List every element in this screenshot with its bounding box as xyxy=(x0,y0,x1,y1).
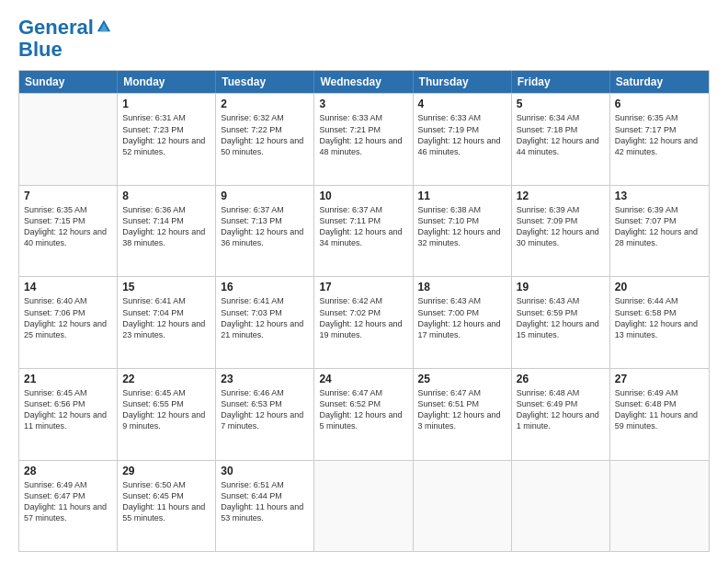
calendar-cell: 14 Sunrise: 6:40 AM Sunset: 7:06 PM Dayl… xyxy=(19,277,118,368)
calendar-cell: 1 Sunrise: 6:31 AM Sunset: 7:23 PM Dayli… xyxy=(118,94,216,185)
calendar-cell: 28 Sunrise: 6:49 AM Sunset: 6:47 PM Dayl… xyxy=(19,461,118,552)
calendar-body: 1 Sunrise: 6:31 AM Sunset: 7:23 PM Dayli… xyxy=(19,93,709,551)
cell-info: Sunrise: 6:35 AM Sunset: 7:15 PM Dayligh… xyxy=(24,204,112,249)
calendar-cell: 9 Sunrise: 6:37 AM Sunset: 7:13 PM Dayli… xyxy=(216,186,314,277)
calendar-cell: 15 Sunrise: 6:41 AM Sunset: 7:04 PM Dayl… xyxy=(118,277,216,368)
calendar-cell: 13 Sunrise: 6:39 AM Sunset: 7:07 PM Dayl… xyxy=(610,186,709,277)
day-number: 22 xyxy=(122,373,210,385)
logo: General Blue xyxy=(18,17,112,61)
header: General Blue xyxy=(18,17,710,61)
calendar-row-1: 1 Sunrise: 6:31 AM Sunset: 7:23 PM Dayli… xyxy=(19,93,709,185)
calendar-cell: 21 Sunrise: 6:45 AM Sunset: 6:56 PM Dayl… xyxy=(19,369,118,460)
day-number: 13 xyxy=(615,190,704,202)
cell-info: Sunrise: 6:50 AM Sunset: 6:45 PM Dayligh… xyxy=(122,479,210,524)
calendar-page: General Blue Sunday Monday Tuesday Wedne… xyxy=(0,0,728,563)
calendar-cell xyxy=(414,461,512,552)
calendar-cell xyxy=(314,461,413,552)
cell-info: Sunrise: 6:42 AM Sunset: 7:02 PM Dayligh… xyxy=(319,295,407,340)
day-number: 28 xyxy=(24,465,112,477)
calendar-cell: 5 Sunrise: 6:34 AM Sunset: 7:18 PM Dayli… xyxy=(512,94,610,185)
cell-info: Sunrise: 6:43 AM Sunset: 7:00 PM Dayligh… xyxy=(418,295,506,340)
day-number: 17 xyxy=(319,281,407,293)
calendar-cell: 6 Sunrise: 6:35 AM Sunset: 7:17 PM Dayli… xyxy=(610,94,709,185)
header-saturday: Saturday xyxy=(610,71,709,93)
cell-info: Sunrise: 6:33 AM Sunset: 7:21 PM Dayligh… xyxy=(319,112,407,157)
calendar-header: Sunday Monday Tuesday Wednesday Thursday… xyxy=(19,71,709,93)
calendar-cell: 19 Sunrise: 6:43 AM Sunset: 6:59 PM Dayl… xyxy=(512,277,610,368)
cell-info: Sunrise: 6:41 AM Sunset: 7:03 PM Dayligh… xyxy=(221,295,309,340)
day-number: 1 xyxy=(122,98,210,110)
day-number: 4 xyxy=(418,98,506,110)
day-number: 18 xyxy=(418,281,506,293)
cell-info: Sunrise: 6:37 AM Sunset: 7:13 PM Dayligh… xyxy=(221,204,309,249)
cell-info: Sunrise: 6:31 AM Sunset: 7:23 PM Dayligh… xyxy=(122,112,210,157)
cell-info: Sunrise: 6:32 AM Sunset: 7:22 PM Dayligh… xyxy=(221,112,309,157)
cell-info: Sunrise: 6:38 AM Sunset: 7:10 PM Dayligh… xyxy=(418,204,506,249)
calendar-row-3: 14 Sunrise: 6:40 AM Sunset: 7:06 PM Dayl… xyxy=(19,276,709,368)
cell-info: Sunrise: 6:46 AM Sunset: 6:53 PM Dayligh… xyxy=(221,387,309,432)
calendar-cell: 7 Sunrise: 6:35 AM Sunset: 7:15 PM Dayli… xyxy=(19,186,118,277)
cell-info: Sunrise: 6:35 AM Sunset: 7:17 PM Dayligh… xyxy=(615,112,704,157)
day-number: 15 xyxy=(122,281,210,293)
cell-info: Sunrise: 6:33 AM Sunset: 7:19 PM Dayligh… xyxy=(418,112,506,157)
cell-info: Sunrise: 6:47 AM Sunset: 6:52 PM Dayligh… xyxy=(319,387,407,432)
calendar-cell: 11 Sunrise: 6:38 AM Sunset: 7:10 PM Dayl… xyxy=(414,186,512,277)
day-number: 14 xyxy=(24,281,112,293)
day-number: 26 xyxy=(517,373,605,385)
calendar-cell: 29 Sunrise: 6:50 AM Sunset: 6:45 PM Dayl… xyxy=(118,461,216,552)
calendar-row-2: 7 Sunrise: 6:35 AM Sunset: 7:15 PM Dayli… xyxy=(19,185,709,277)
cell-info: Sunrise: 6:45 AM Sunset: 6:55 PM Dayligh… xyxy=(122,387,210,432)
cell-info: Sunrise: 6:36 AM Sunset: 7:14 PM Dayligh… xyxy=(122,204,210,249)
calendar-cell: 27 Sunrise: 6:49 AM Sunset: 6:48 PM Dayl… xyxy=(610,369,709,460)
day-number: 7 xyxy=(24,190,112,202)
header-thursday: Thursday xyxy=(414,71,512,93)
cell-info: Sunrise: 6:41 AM Sunset: 7:04 PM Dayligh… xyxy=(122,295,210,340)
calendar-cell xyxy=(512,461,610,552)
cell-info: Sunrise: 6:40 AM Sunset: 7:06 PM Dayligh… xyxy=(24,295,112,340)
calendar-cell: 17 Sunrise: 6:42 AM Sunset: 7:02 PM Dayl… xyxy=(314,277,413,368)
calendar-cell: 4 Sunrise: 6:33 AM Sunset: 7:19 PM Dayli… xyxy=(414,94,512,185)
calendar-cell: 25 Sunrise: 6:47 AM Sunset: 6:51 PM Dayl… xyxy=(414,369,512,460)
calendar-cell: 22 Sunrise: 6:45 AM Sunset: 6:55 PM Dayl… xyxy=(118,369,216,460)
calendar-cell: 8 Sunrise: 6:36 AM Sunset: 7:14 PM Dayli… xyxy=(118,186,216,277)
header-sunday: Sunday xyxy=(19,71,118,93)
cell-info: Sunrise: 6:45 AM Sunset: 6:56 PM Dayligh… xyxy=(24,387,112,432)
day-number: 19 xyxy=(517,281,605,293)
header-monday: Monday xyxy=(118,71,216,93)
cell-info: Sunrise: 6:51 AM Sunset: 6:44 PM Dayligh… xyxy=(221,479,309,524)
day-number: 27 xyxy=(615,373,704,385)
cell-info: Sunrise: 6:49 AM Sunset: 6:47 PM Dayligh… xyxy=(24,479,112,524)
calendar-cell: 30 Sunrise: 6:51 AM Sunset: 6:44 PM Dayl… xyxy=(216,461,314,552)
day-number: 3 xyxy=(319,98,407,110)
day-number: 20 xyxy=(615,281,704,293)
cell-info: Sunrise: 6:37 AM Sunset: 7:11 PM Dayligh… xyxy=(319,204,407,249)
day-number: 30 xyxy=(221,465,309,477)
calendar-cell: 20 Sunrise: 6:44 AM Sunset: 6:58 PM Dayl… xyxy=(610,277,709,368)
calendar-cell: 16 Sunrise: 6:41 AM Sunset: 7:03 PM Dayl… xyxy=(216,277,314,368)
day-number: 29 xyxy=(122,465,210,477)
day-number: 11 xyxy=(418,190,506,202)
cell-info: Sunrise: 6:44 AM Sunset: 6:58 PM Dayligh… xyxy=(615,295,704,340)
calendar-cell: 10 Sunrise: 6:37 AM Sunset: 7:11 PM Dayl… xyxy=(314,186,413,277)
calendar-cell: 2 Sunrise: 6:32 AM Sunset: 7:22 PM Dayli… xyxy=(216,94,314,185)
calendar-cell xyxy=(610,461,709,552)
calendar-cell: 24 Sunrise: 6:47 AM Sunset: 6:52 PM Dayl… xyxy=(314,369,413,460)
logo-icon xyxy=(96,17,112,34)
header-tuesday: Tuesday xyxy=(216,71,314,93)
day-number: 2 xyxy=(221,98,309,110)
calendar-cell: 26 Sunrise: 6:48 AM Sunset: 6:49 PM Dayl… xyxy=(512,369,610,460)
cell-info: Sunrise: 6:48 AM Sunset: 6:49 PM Dayligh… xyxy=(517,387,605,432)
day-number: 21 xyxy=(24,373,112,385)
calendar-cell: 12 Sunrise: 6:39 AM Sunset: 7:09 PM Dayl… xyxy=(512,186,610,277)
cell-info: Sunrise: 6:39 AM Sunset: 7:09 PM Dayligh… xyxy=(517,204,605,249)
day-number: 25 xyxy=(418,373,506,385)
cell-info: Sunrise: 6:39 AM Sunset: 7:07 PM Dayligh… xyxy=(615,204,704,249)
header-wednesday: Wednesday xyxy=(314,71,413,93)
cell-info: Sunrise: 6:34 AM Sunset: 7:18 PM Dayligh… xyxy=(517,112,605,157)
day-number: 8 xyxy=(122,190,210,202)
cell-info: Sunrise: 6:47 AM Sunset: 6:51 PM Dayligh… xyxy=(418,387,506,432)
calendar-cell xyxy=(19,94,118,185)
calendar-row-5: 28 Sunrise: 6:49 AM Sunset: 6:47 PM Dayl… xyxy=(19,460,709,552)
day-number: 12 xyxy=(517,190,605,202)
day-number: 6 xyxy=(615,98,704,110)
